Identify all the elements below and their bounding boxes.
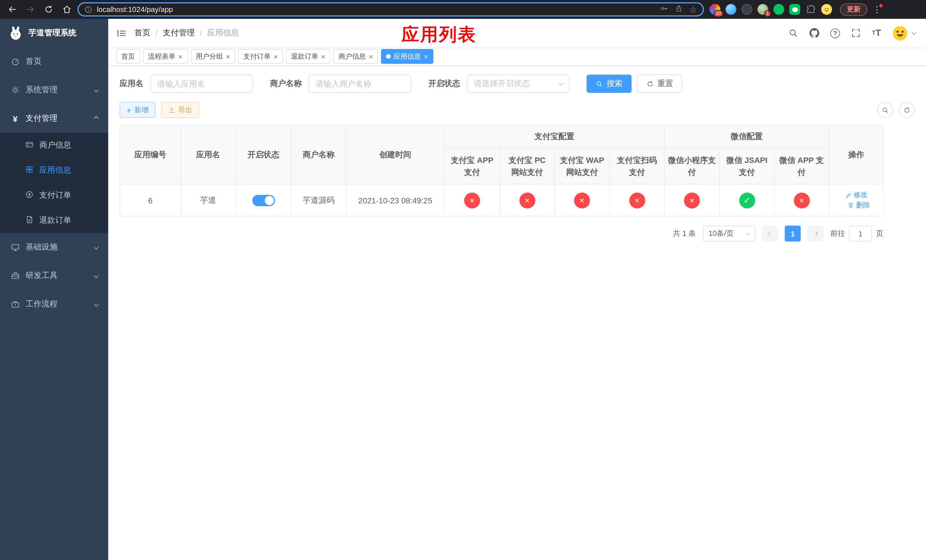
github-icon[interactable] (809, 28, 820, 38)
status-wx-lite-icon: × (684, 192, 700, 208)
reload-icon[interactable] (41, 2, 56, 17)
search-icon[interactable] (788, 28, 799, 38)
goto-suffix: 页 (876, 229, 883, 239)
refresh-table-button[interactable] (899, 102, 915, 118)
tab-label: 应用信息 (393, 51, 421, 61)
goto-page-input[interactable] (849, 226, 872, 242)
url-bar[interactable]: localhost:1024/pay/app ☆ (77, 2, 704, 17)
back-icon[interactable] (5, 2, 20, 17)
url-text[interactable]: localhost:1024/pay/app (97, 5, 655, 14)
sidebar-item-system[interactable]: 系统管理 (0, 76, 108, 104)
table-row: 6 芋道 芋道源码 2021-10-23 08:49:25 × × × × × … (120, 184, 884, 216)
merchant-name-input[interactable] (309, 75, 411, 93)
home-icon[interactable] (59, 2, 74, 17)
sidebar-collapse-icon[interactable] (108, 19, 135, 47)
browser-menu-icon[interactable]: ⋮ (871, 3, 883, 16)
close-icon[interactable]: × (226, 53, 230, 60)
app-name-input[interactable] (150, 75, 253, 93)
profile-avatar-icon[interactable] (821, 4, 832, 15)
export-button[interactable]: 导出 (161, 102, 199, 118)
delete-link[interactable]: 删除 (847, 200, 870, 210)
tab-home[interactable]: 首页 (116, 49, 140, 64)
sidebar-item-pay-order[interactable]: 支付订单 (0, 183, 108, 208)
tab-user-group[interactable]: 用户分组 × (191, 49, 235, 64)
goto-prefix: 前往 (830, 229, 845, 239)
status-select[interactable]: 请选择开启状态 (467, 75, 569, 93)
sidebar-item-merchant-info[interactable]: 商户信息 (0, 133, 108, 158)
toggle-search-button[interactable] (877, 102, 893, 118)
page-size-select[interactable]: 10条/页 (703, 226, 755, 242)
user-avatar[interactable] (892, 25, 916, 41)
extension-drop-icon[interactable] (726, 4, 736, 15)
toolbox-icon (10, 271, 20, 280)
prev-page-button[interactable] (762, 226, 778, 242)
breadcrumb-current: 应用信息 (207, 28, 239, 38)
sidebar-item-refund-order[interactable]: 退款订单 (0, 208, 108, 233)
reset-button[interactable]: 重置 (637, 75, 682, 93)
status-alipay-qr-icon: × (629, 192, 645, 208)
extension-wechat-icon[interactable] (789, 4, 800, 15)
password-key-icon[interactable] (660, 4, 668, 15)
status-alipay-wap-icon: × (574, 192, 590, 208)
col-app-name: 应用名 (181, 125, 236, 184)
fullscreen-icon[interactable] (851, 28, 861, 38)
credit-card-icon (25, 140, 33, 150)
forward-icon[interactable] (23, 2, 38, 17)
tab-refund-order[interactable]: 退款订单 × (286, 49, 331, 64)
tab-merchant-info[interactable]: 商户信息 × (333, 49, 378, 64)
extension-avatar-icon[interactable]: 1 (757, 4, 768, 15)
breadcrumb-home[interactable]: 首页 (135, 28, 150, 38)
close-icon[interactable]: × (424, 53, 428, 60)
next-page-button[interactable] (808, 226, 823, 242)
share-icon[interactable] (675, 4, 682, 15)
tab-app-info[interactable]: 应用信息 × (381, 49, 433, 64)
col-created: 创建时间 (346, 125, 445, 184)
site-info-icon[interactable] (84, 5, 92, 14)
reset-button-label: 重置 (657, 79, 673, 89)
active-dot-icon (386, 54, 391, 59)
total-count: 共 1 条 (673, 229, 696, 239)
sidebar-menu: 首页 系统管理 ¥ 支付管理 (0, 47, 108, 318)
sidebar-item-app-info[interactable]: 应用信息 (0, 158, 108, 183)
close-icon[interactable]: × (178, 53, 183, 60)
col-alipay-qr: 支付宝扫码支付 (610, 148, 664, 184)
cell-created: 2021-10-23 08:49:25 (346, 184, 445, 216)
extension-mosaic-icon[interactable]: 10 (710, 4, 720, 15)
page-content: 应用名 商户名称 开启状态 请选择开启状态 (108, 66, 926, 242)
breadcrumb-pay[interactable]: 支付管理 (163, 28, 195, 38)
update-button[interactable]: 更新 (840, 3, 867, 16)
app-logo[interactable]: 芋道管理系统 (0, 19, 108, 47)
extensions-puzzle-icon[interactable] (805, 4, 816, 15)
sidebar-item-dev-tools[interactable]: 研发工具 (0, 262, 108, 290)
tab-process-form[interactable]: 流程表单 × (143, 49, 188, 64)
cell-app-id: 6 (120, 184, 181, 216)
status-toggle[interactable] (252, 195, 275, 206)
status-label: 开启状态 (428, 79, 460, 89)
chevron-down-icon (746, 230, 750, 235)
bookmark-star-icon[interactable]: ☆ (689, 5, 697, 14)
close-icon[interactable]: × (321, 53, 325, 60)
add-button[interactable]: + 新增 (120, 102, 156, 118)
sidebar-item-infra[interactable]: 基础设施 (0, 233, 108, 262)
extension-wechat-devtools-icon[interactable] (773, 4, 784, 15)
page-number-1[interactable]: 1 (785, 226, 801, 242)
tab-label: 支付订单 (243, 51, 271, 61)
monitor-icon (10, 243, 20, 252)
sidebar-item-workflow[interactable]: 工作流程 (0, 290, 108, 318)
close-icon[interactable]: × (369, 53, 373, 60)
extension-dark-icon[interactable] (741, 4, 752, 15)
edit-link[interactable]: 修改 (845, 190, 868, 200)
sidebar-item-pay[interactable]: ¥ 支付管理 (0, 104, 108, 133)
col-app-id: 应用编号 (120, 125, 181, 184)
sidebar-item-home[interactable]: 首页 (0, 47, 108, 76)
close-icon[interactable]: × (273, 53, 278, 60)
font-size-icon[interactable]: TT (872, 29, 881, 38)
tab-pay-order[interactable]: 支付订单 × (238, 49, 283, 64)
help-icon[interactable]: ? (830, 28, 840, 38)
col-status: 开启状态 (236, 125, 291, 184)
search-button[interactable]: 搜索 (587, 75, 632, 93)
yen-icon: ¥ (10, 114, 20, 123)
page-annotation-title: 应用列表 (401, 23, 477, 47)
add-button-label: 新增 (135, 105, 149, 115)
top-navbar: 首页 / 支付管理 / 应用信息 应用列表 ? (108, 19, 926, 47)
